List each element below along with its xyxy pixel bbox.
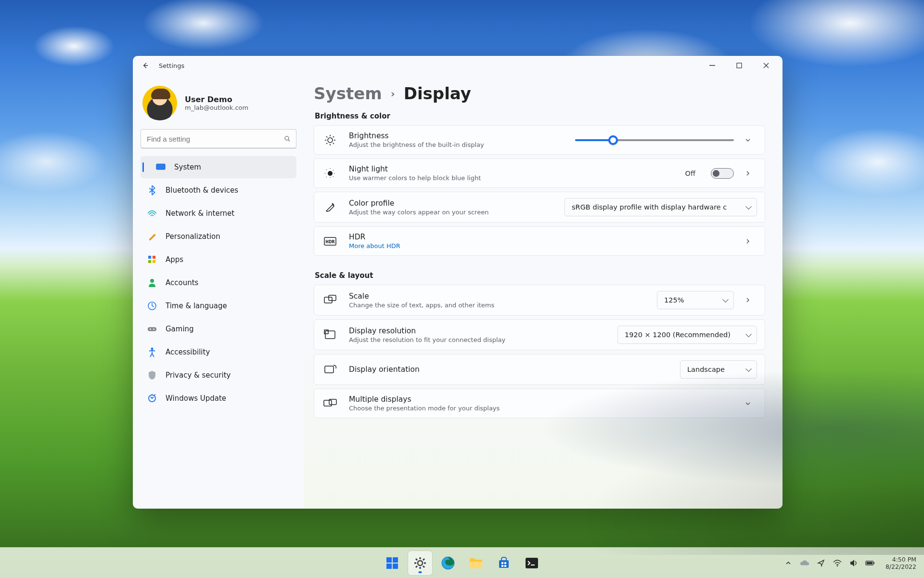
multi-display-card[interactable]: Multiple displays Choose the presentatio… xyxy=(314,389,765,418)
sidebar-item-accessibility[interactable]: Accessibility xyxy=(141,341,296,363)
maximize-icon xyxy=(736,63,742,68)
svg-rect-7 xyxy=(148,260,151,263)
close-button[interactable] xyxy=(753,56,780,75)
color-profile-dropdown[interactable]: sRGB display profile with display hardwa… xyxy=(565,198,757,216)
svg-rect-34 xyxy=(470,562,482,568)
orientation-value: Landscape xyxy=(687,366,725,373)
brightness-card: Brightness Adjust the brightness of the … xyxy=(314,125,765,155)
tray-volume[interactable] xyxy=(849,558,859,568)
profile-block[interactable]: User Demo m_lab@outlook.com xyxy=(141,81,296,129)
svg-rect-37 xyxy=(504,562,506,564)
sidebar-item-time[interactable]: Time & language xyxy=(141,295,296,317)
tray-chevron[interactable] xyxy=(783,558,793,568)
resolution-dropdown[interactable]: 924 × 578 (Recommended) xyxy=(617,326,757,344)
maximize-button[interactable] xyxy=(726,56,753,75)
search-input[interactable] xyxy=(146,134,283,144)
wifi-icon xyxy=(833,560,842,566)
minimize-button[interactable] xyxy=(699,56,726,75)
night-light-card[interactable]: Night light Use warmer colors to help bl… xyxy=(314,158,765,188)
sidebar-item-apps[interactable]: Apps xyxy=(141,249,296,271)
titlebar: Settings xyxy=(133,56,783,75)
open-scale[interactable] xyxy=(744,297,757,303)
tray-location[interactable] xyxy=(816,558,826,568)
color-profile-title: Color profile xyxy=(349,199,554,208)
scale-dropdown[interactable]: 125% xyxy=(657,291,734,309)
tray-onedrive[interactable] xyxy=(800,558,809,568)
svg-text:HDR: HDR xyxy=(325,239,335,244)
svg-rect-3 xyxy=(156,164,165,170)
sidebar-item-bluetooth[interactable]: Bluetooth & devices xyxy=(141,179,296,201)
section-brightness-label: Brightness & color xyxy=(315,112,765,120)
sidebar-item-label: Apps xyxy=(166,255,183,264)
sidebar-item-update[interactable]: Windows Update xyxy=(141,387,296,409)
clock[interactable]: 4:50 PM 8/22/2022 xyxy=(886,556,916,570)
taskbar-center xyxy=(380,551,544,575)
bluetooth-icon xyxy=(147,185,157,195)
taskbar-explorer[interactable] xyxy=(464,551,488,575)
shield-icon xyxy=(147,370,157,380)
chevron-up-icon xyxy=(785,560,792,566)
sidebar-item-label: Time & language xyxy=(166,302,227,310)
back-button[interactable] xyxy=(139,59,152,72)
orientation-dropdown[interactable]: Landscape xyxy=(680,360,757,379)
tray-battery[interactable] xyxy=(865,558,875,568)
sidebar-item-label: Privacy & security xyxy=(166,371,231,380)
accessibility-icon xyxy=(147,347,157,357)
resolution-subtitle: Adjust the resolution to fit your connec… xyxy=(349,336,607,343)
sidebar-item-system[interactable]: System xyxy=(141,156,296,178)
open-hdr[interactable] xyxy=(744,238,757,245)
brightness-slider[interactable] xyxy=(575,135,734,145)
color-profile-value: sRGB display profile with display hardwa… xyxy=(572,203,727,211)
sidebar-item-label: Accounts xyxy=(166,278,198,287)
scale-card: Scale Change the size of text, apps, and… xyxy=(314,285,765,315)
sidebar-item-personalization[interactable]: Personalization xyxy=(141,225,296,248)
brightness-subtitle: Adjust the brightness of the built-in di… xyxy=(349,141,565,148)
sidebar-item-privacy[interactable]: Privacy & security xyxy=(141,364,296,386)
open-night-light[interactable] xyxy=(744,170,757,177)
svg-rect-0 xyxy=(709,65,715,66)
svg-rect-22 xyxy=(325,331,335,339)
expand-button[interactable] xyxy=(744,137,757,144)
svg-rect-36 xyxy=(501,562,503,564)
location-icon xyxy=(817,559,825,567)
resolution-icon xyxy=(322,327,338,343)
sidebar-item-label: Accessibility xyxy=(166,348,210,356)
breadcrumb-parent[interactable]: System xyxy=(314,84,382,103)
svg-rect-43 xyxy=(866,562,873,564)
svg-rect-44 xyxy=(873,562,874,564)
svg-rect-30 xyxy=(393,564,398,569)
taskbar-settings[interactable] xyxy=(408,551,432,575)
hdr-card[interactable]: HDR HDR More about HDR xyxy=(314,226,765,256)
terminal-icon xyxy=(525,557,539,569)
update-icon xyxy=(147,394,157,403)
taskbar-edge[interactable] xyxy=(436,551,460,575)
taskbar-store[interactable] xyxy=(492,551,516,575)
svg-rect-38 xyxy=(501,565,503,567)
scale-title: Scale xyxy=(349,292,646,301)
night-light-title: Night light xyxy=(349,165,675,173)
resolution-title: Display resolution xyxy=(349,327,607,335)
settings-window: Settings User Demo m_lab@outlook.com xyxy=(133,56,783,509)
multi-display-subtitle: Choose the presentation mode for your di… xyxy=(349,405,734,412)
svg-point-9 xyxy=(150,279,154,283)
hdr-link[interactable]: More about HDR xyxy=(349,242,734,250)
scale-subtitle: Change the size of text, apps, and other… xyxy=(349,302,646,309)
sidebar-item-network[interactable]: Network & internet xyxy=(141,202,296,224)
expand-multi-display[interactable] xyxy=(744,400,757,407)
night-light-toggle[interactable] xyxy=(711,168,734,179)
tray-wifi[interactable] xyxy=(833,558,842,568)
start-button[interactable] xyxy=(380,551,404,575)
window-title: Settings xyxy=(159,62,184,69)
sidebar-item-gaming[interactable]: Gaming xyxy=(141,318,296,340)
sidebar-item-accounts[interactable]: Accounts xyxy=(141,272,296,294)
breadcrumb: System › Display xyxy=(314,84,765,103)
resolution-card: Display resolution Adjust the resolution… xyxy=(314,319,765,350)
search-box[interactable] xyxy=(141,129,296,148)
close-icon xyxy=(763,63,769,68)
sidebar-item-label: System xyxy=(174,163,201,171)
nav: System Bluetooth & devices Network & int… xyxy=(141,156,296,409)
network-icon xyxy=(147,209,157,218)
orientation-title: Display orientation xyxy=(349,365,669,374)
main-content: System › Display Brightness & color Brig… xyxy=(304,75,783,509)
taskbar-terminal[interactable] xyxy=(520,551,544,575)
